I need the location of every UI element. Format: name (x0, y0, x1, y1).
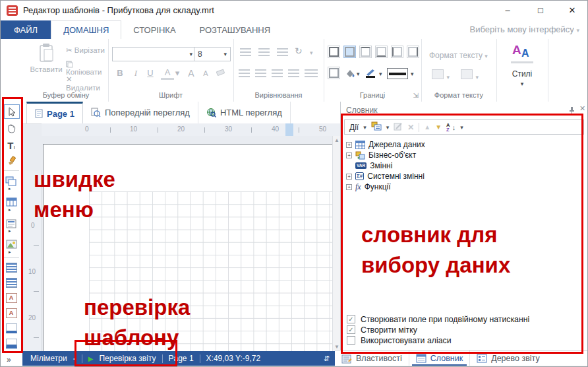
band-data[interactable] (4, 321, 18, 335)
play-icon[interactable]: ▶ (88, 355, 94, 362)
text-format-dropdown[interactable]: Формат тексту ▾ (429, 51, 488, 60)
components-tool[interactable] (4, 217, 18, 230)
border-none-button[interactable] (343, 46, 356, 58)
tree-item-variables[interactable]: VAR Змінні (346, 160, 392, 171)
checkbox-create-field[interactable]: ✓ Створювати поле при подвійному натиска… (347, 314, 529, 324)
styles-button[interactable]: A A Стилі ▾ (496, 42, 548, 87)
line-color-button[interactable] (365, 68, 376, 81)
tab-dictionary[interactable]: Словник (409, 350, 470, 366)
tree-item-business-object[interactable]: + Бізнес-об'єкт (346, 150, 416, 160)
clear-format-button[interactable] (214, 67, 227, 80)
checkbox-create-label[interactable]: ✓ Створити мітку (347, 325, 417, 335)
band-page-header[interactable]: A (4, 291, 18, 304)
maximize-button[interactable]: □ (529, 3, 552, 18)
band-report-title[interactable] (4, 261, 18, 274)
checkbox-icon[interactable]: ✓ (347, 325, 355, 334)
shrink-font-button[interactable]: A (199, 67, 212, 80)
font-name-combobox[interactable]: ▾ (112, 47, 196, 61)
word-wrap-icon[interactable] (305, 69, 318, 77)
toolbox-overflow-button[interactable]: » (1, 351, 22, 367)
tab-page1[interactable]: Page 1 (26, 102, 83, 123)
border-left-button[interactable] (391, 46, 403, 58)
pin-icon[interactable] (568, 105, 575, 117)
statusbar-collapse-icon[interactable]: ⇵ (324, 354, 330, 363)
align-center-icon[interactable] (255, 69, 266, 77)
copy-button[interactable]: Копіювати (66, 60, 108, 76)
border-right-button[interactable] (407, 46, 419, 58)
chevron-down-icon[interactable]: ▾ (357, 71, 360, 77)
paste-button[interactable]: Вставити (29, 43, 63, 73)
tab-preview[interactable]: Попередній перегляд (83, 102, 198, 123)
fill-color-button[interactable] (345, 68, 355, 81)
sort-button[interactable]: A Z ↓ (446, 123, 456, 132)
expander-icon[interactable]: + (346, 142, 352, 148)
border-outline-button[interactable] (328, 67, 340, 79)
tab-report-tree[interactable]: Дерево звіту (470, 350, 546, 366)
align-left-icon[interactable] (239, 69, 250, 77)
actions-menu[interactable]: Дії (349, 123, 359, 132)
rotate-text-icon[interactable]: ↻ (295, 46, 303, 56)
components-menu-caret-icon[interactable]: ▸ (9, 228, 11, 234)
tree-item-system-variables[interactable]: + Σ# Системні змінні (346, 171, 425, 182)
align-right-icon[interactable] (272, 69, 283, 77)
style-brush-tool[interactable] (4, 154, 18, 168)
border-all-button[interactable] (328, 46, 340, 58)
underline-button[interactable]: U (144, 67, 157, 80)
italic-button[interactable]: I (129, 67, 142, 80)
chevron-down-icon[interactable]: ▾ (411, 71, 414, 77)
tab-layout[interactable]: РОЗТАШУВАННЯ (188, 20, 283, 39)
expander-icon[interactable]: + (346, 174, 352, 180)
chevron-down-icon[interactable]: ▾ (460, 124, 463, 131)
move-down-icon[interactable]: ▼ (435, 123, 442, 131)
border-top-button[interactable] (359, 46, 372, 58)
tab-home[interactable]: ДОМАШНЯ (51, 20, 121, 40)
cut-button[interactable]: ✂ Вирізати (66, 46, 105, 55)
units-caret-icon[interactable]: ◂ (73, 356, 76, 362)
delete-item-icon[interactable]: ✕ (407, 123, 414, 132)
checkbox-icon[interactable] (347, 336, 355, 345)
tree-item-functions[interactable]: + fx Функції (346, 182, 391, 192)
date-format-button[interactable]: ▾ (461, 69, 479, 82)
text-tool[interactable]: T I (4, 139, 18, 152)
checkbox-icon[interactable]: ✓ (347, 315, 355, 323)
edit-item-button[interactable] (394, 122, 403, 133)
check-report-button[interactable]: Перевірка звіту (99, 354, 156, 363)
font-size-combobox[interactable]: 8 ▾ (194, 47, 231, 61)
cross-bands-tool[interactable] (4, 195, 18, 209)
chevron-down-icon[interactable]: ▾ (386, 124, 390, 131)
align-justify-icon[interactable] (288, 69, 299, 77)
grow-font-button[interactable]: A (185, 67, 198, 80)
move-up-icon[interactable]: ▲ (424, 123, 430, 131)
band-footer[interactable] (4, 337, 18, 350)
bands-menu-caret-icon[interactable]: ▸ (9, 186, 11, 191)
tab-properties[interactable]: Властивості (335, 350, 409, 366)
align-top-icon[interactable] (240, 48, 251, 56)
new-item-button[interactable] (371, 121, 382, 133)
canvas[interactable]: 0 10 20 30 ▲ ▼ (22, 136, 340, 351)
close-button[interactable]: ✕ (561, 3, 583, 18)
tab-page[interactable]: СТОРІНКА (121, 20, 187, 39)
currency-format-button[interactable]: ▾ (432, 69, 450, 82)
band-page-footer[interactable]: A (4, 306, 18, 319)
border-bottom-button[interactable] (375, 46, 388, 58)
units-selector[interactable]: Міліметри (30, 354, 67, 363)
align-bottom-icon[interactable] (277, 48, 288, 56)
tab-html-preview[interactable]: HTML перегляд (198, 102, 291, 123)
report-page[interactable] (43, 144, 334, 352)
font-color-button[interactable]: A (161, 67, 174, 80)
bands-tool[interactable] (4, 174, 18, 187)
band-report-summary[interactable] (4, 276, 18, 289)
chevron-down-icon[interactable]: ▾ (174, 67, 181, 80)
minimize-button[interactable]: – (496, 3, 519, 18)
tree-item-data-sources[interactable]: + Джерела даних (346, 139, 425, 150)
delete-button[interactable]: ✕ Видалити (66, 75, 108, 92)
language-selector[interactable]: Виберіть мову інтерфейсу ▾ (470, 24, 580, 34)
checkbox-use-aliases[interactable]: Використовувати аліаси (347, 335, 452, 345)
tab-file[interactable]: ФАЙЛ (1, 20, 51, 39)
chevron-down-icon[interactable]: ▾ (379, 71, 382, 77)
align-middle-icon[interactable] (258, 48, 270, 56)
image-menu-caret-icon[interactable]: ▸ (9, 250, 11, 255)
hand-tool[interactable] (4, 121, 18, 135)
expander-icon[interactable]: + (346, 184, 352, 190)
cross-bands-menu-caret-icon[interactable]: ▸ (9, 207, 11, 213)
